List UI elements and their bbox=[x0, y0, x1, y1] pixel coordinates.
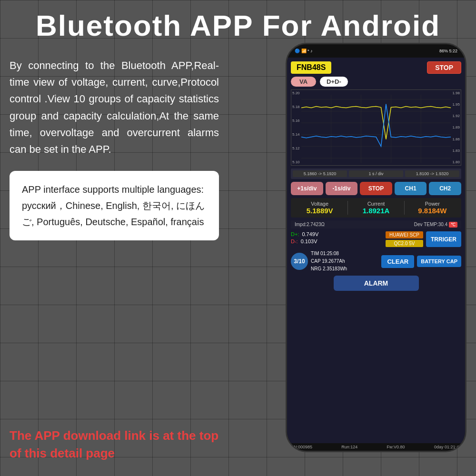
tab-va[interactable]: VA bbox=[291, 77, 316, 87]
run-label: Run:124 bbox=[341, 445, 357, 449]
dm-line: D-: 0.103V bbox=[291, 238, 383, 244]
power-value: 9.8184W bbox=[406, 207, 459, 215]
tab-row: VA D+D- bbox=[291, 77, 461, 87]
proto-huawei: HUAWEI SCP bbox=[386, 231, 423, 238]
range-right: 1.8100 -> 1.9320 bbox=[405, 170, 459, 177]
dp-value: 0.749V bbox=[302, 231, 318, 237]
tim-row: 3/10 TIM 01:25:08 CAP 19.2677Ah NRG 2.35… bbox=[291, 250, 461, 273]
btn-plus1s[interactable]: +1s/div bbox=[291, 182, 323, 195]
impd-value: Impd:2.7423Ω bbox=[295, 222, 325, 227]
temp-badge: ℃ bbox=[449, 222, 457, 228]
btn-stop[interactable]: STOP bbox=[360, 182, 392, 195]
current-label: Current bbox=[349, 201, 403, 207]
phone-screen: FNB48S STOP VA D+D- 5.20 5.18 5.16 5.14 … bbox=[287, 58, 465, 443]
dm-label: D-: bbox=[291, 238, 298, 244]
protocol-badges: HUAWEI SCP QC2.0 5V bbox=[386, 231, 423, 247]
status-left: 🔵 📶 * ♪ bbox=[295, 49, 313, 53]
app-header: FNB48S STOP bbox=[291, 61, 461, 74]
clear-button[interactable]: CLEAR bbox=[381, 255, 414, 268]
y-axis-right: 1.98 1.95 1.92 1.89 1.86 1.83 1.80 bbox=[452, 90, 460, 165]
phone-bottom-bar: SN:000985 Run:124 Fw:V0.80 0day 01:21:48 bbox=[287, 443, 465, 451]
btn-ch2[interactable]: CH2 bbox=[429, 182, 461, 195]
btn-ch1[interactable]: CH1 bbox=[395, 182, 427, 195]
impd-row: Impd:2.7423Ω Dev TEMP:30.4 ℃ bbox=[291, 220, 461, 228]
tab-d[interactable]: D+D- bbox=[320, 77, 348, 87]
uptime-label: 0day 01:21:48 bbox=[434, 445, 461, 449]
dp-line: D+: 0.749V bbox=[291, 231, 383, 237]
power-col: Power 9.8184W bbox=[406, 201, 459, 215]
trigger-button[interactable]: TRRIGER bbox=[426, 231, 461, 247]
phone-status-bar: 🔵 📶 * ♪ 86% 5:22 bbox=[287, 44, 465, 58]
range-left: 5.1860 -> 5.1920 bbox=[293, 170, 347, 177]
left-section: By connecting to the Bluetooth APP,Real-… bbox=[10, 57, 219, 240]
description-text: By connecting to the Bluetooth APP,Real-… bbox=[10, 57, 219, 158]
y-axis-left: 5.20 5.18 5.16 5.14 5.12 5.10 bbox=[292, 90, 300, 165]
control-row: +1s/div -1s/div STOP CH1 CH2 bbox=[291, 182, 461, 195]
current-value: 1.8921A bbox=[349, 207, 403, 215]
measurements-row: Voltage 5.1889V Current 1.8921A Power 9.… bbox=[291, 198, 461, 218]
current-col: Current 1.8921A bbox=[349, 201, 403, 215]
language-box: APP interface supports multiple language… bbox=[10, 171, 219, 240]
range-bar: 5.1860 -> 5.1920 1 s / div 1.8100 -> 1.9… bbox=[291, 169, 461, 179]
dm-value: 0.103V bbox=[301, 238, 317, 244]
group-badge: 3/10 bbox=[291, 253, 308, 270]
voltage-value: 5.1889V bbox=[293, 207, 347, 215]
stop-badge[interactable]: STOP bbox=[427, 61, 461, 74]
alarm-button[interactable]: ALARM bbox=[334, 276, 419, 291]
power-label: Power bbox=[406, 201, 459, 207]
btn-minus1s[interactable]: -1s/div bbox=[326, 182, 358, 195]
battery-cap-button[interactable]: BATTERY CAP bbox=[417, 256, 461, 267]
alarm-row: ALARM bbox=[291, 276, 461, 291]
status-right: 86% 5:22 bbox=[439, 49, 457, 53]
phone-device: 🔵 📶 * ♪ 86% 5:22 FNB48S STOP VA D+D- 5.2… bbox=[286, 43, 466, 452]
voltage-label: Voltage bbox=[293, 201, 347, 207]
dp-row: D+: 0.749V D-: 0.103V HUAWEI SCP QC2.0 5… bbox=[291, 231, 461, 247]
tim-info: TIM 01:25:08 CAP 19.2677Ah NRG 2.35183Wh bbox=[311, 250, 378, 273]
dev-temp: Dev TEMP:30.4 ℃ bbox=[414, 222, 457, 227]
proto-qc: QC2.0 5V bbox=[386, 240, 423, 247]
dp-label: D+: bbox=[291, 231, 299, 237]
chart-svg bbox=[291, 90, 461, 165]
fw-label: Fw:V0.80 bbox=[387, 445, 405, 449]
chart-area: 5.20 5.18 5.16 5.14 5.12 5.10 1.98 1.95 … bbox=[291, 89, 461, 166]
bottom-text: The APP download link is at the top of t… bbox=[10, 427, 219, 462]
page-title: Bluetooth APP For Android bbox=[10, 9, 466, 42]
voltage-col: Voltage 5.1889V bbox=[293, 201, 347, 215]
fnb-badge: FNB48S bbox=[291, 61, 331, 74]
dp-values: D+: 0.749V D-: 0.103V bbox=[291, 231, 383, 247]
language-text: APP interface supports multiple language… bbox=[22, 184, 205, 227]
range-mid: 1 s / div bbox=[349, 170, 403, 177]
